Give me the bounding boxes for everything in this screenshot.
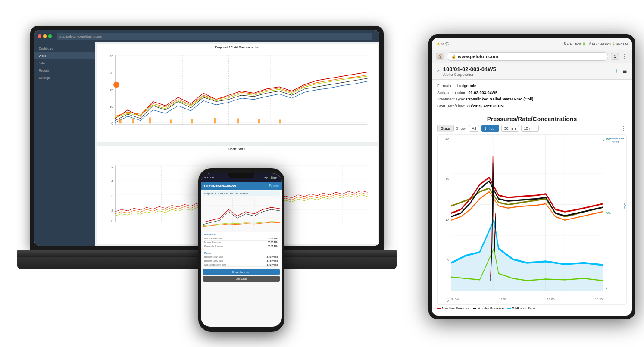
battery-icon: 53% 🔋 (575, 42, 586, 46)
legend-monitor-text: Monitor Pressure (478, 306, 504, 310)
svg-rect-12 (132, 119, 134, 124)
time-all-button[interactable]: All (469, 125, 479, 132)
back-button[interactable]: < (437, 69, 440, 74)
tablet-page-header: < 100/01-02-003-04W5 Alpha Corporation ⤴… (432, 63, 632, 80)
phone-knot: Knot #: 5 (218, 192, 228, 195)
time-1hour-button[interactable]: 1 Hour (481, 125, 499, 132)
laptop-url-bar: app.peloton.com/dashboard (57, 33, 372, 40)
phone-pressure-row-0: Mainline Pressure 15.71 MPa (204, 237, 278, 241)
x-label-0: 9. Jul (451, 298, 459, 301)
svg-rect-17 (237, 119, 239, 124)
tablet-status-bar: 🔔 ✉ 💬 ▪ N̈ LTE+ 53% 🔋 ▪ N̈ LTE+ .all 53%… (432, 38, 632, 50)
well-id-label: 100/01-02-003-04W5 (443, 66, 496, 72)
phone-pressure-row-1: Monitor Pressure 15.75 MPa (204, 241, 278, 244)
ssl-lock-icon: 🔒 (451, 54, 456, 59)
menu-button[interactable]: ≡ (623, 68, 627, 75)
legend-mainline-dot (437, 308, 441, 309)
phone-rates-section: Rates Blender Clean Rate 3.01 m³/min Ble… (203, 250, 280, 268)
tablet-body: 🔔 ✉ 💬 ▪ N̈ LTE+ 53% 🔋 ▪ N̈ LTE+ .all 53%… (428, 34, 635, 319)
time-30min-button[interactable]: 30 min (501, 125, 519, 132)
chart-more-button[interactable]: ⋮ (621, 125, 627, 132)
sidebar-item-wells[interactable]: Wells (34, 52, 95, 59)
tablet-chart-svg (451, 135, 603, 291)
stats-button[interactable]: Stats (437, 125, 454, 132)
browser-url-bar[interactable]: 🔒 www.peloton.com (447, 52, 608, 61)
phone-rates-row-2: Net(Bleed) Slurry Rate 3.01 m³/min (204, 263, 278, 267)
phone-well-title: 100/10-33-094-06W5 (203, 184, 236, 188)
browser-home-button[interactable]: 🏠 (436, 53, 444, 60)
svg-rect-15 (191, 119, 193, 124)
window-minimize-dot[interactable] (43, 34, 47, 38)
svg-rect-16 (214, 118, 216, 124)
phone-content: Stage #: 20 Knot #: 5 306.0 m 848.8 m (201, 190, 282, 284)
browser-tab-count[interactable]: 1 (611, 53, 619, 60)
laptop-chart1: Proppant / Fluid Concentration (97, 44, 378, 142)
sidebar-item-reports[interactable]: Reports (34, 67, 95, 74)
x-label-2: 16:00 (547, 298, 555, 301)
tablet-chart-area: 20 15 10 5 0 Stage (437, 134, 627, 305)
chat-icon: 💬 (445, 42, 449, 46)
treatment-row: Treatment Type: Crosslinked Gelled Water… (437, 97, 627, 102)
legend-mainline-text: Mainline Pressure (442, 306, 469, 310)
share-button[interactable]: ⤴ (615, 69, 618, 74)
phone-chart (203, 197, 280, 231)
phone-show-summary-btn[interactable]: Show Summary (203, 269, 280, 275)
laptop-chart2-title: Chart Part 1 (98, 147, 376, 150)
phone-time: 8:23 AM (204, 176, 214, 179)
clock: ▪ N̈ LTE+ .all 53% 🔋 1:34 PM (587, 42, 628, 46)
message-icon: 🔔 (436, 42, 440, 46)
svg-text:25: 25 (110, 55, 113, 58)
phone-pressure-title: Pressure (204, 233, 278, 236)
phone-rates-title: Rates (204, 252, 278, 254)
tablet-chart-controls: Stats Show: All 1 Hour 30 min 15 min ⋮ (437, 125, 627, 132)
svg-text:0: 0 (111, 122, 113, 125)
browser-url-text: www.peloton.com (458, 54, 498, 59)
svg-text:2: 2 (111, 209, 113, 212)
tablet-content: Formation: Lodgepole Surface Location: 0… (432, 80, 632, 316)
phone-device: 8:23 AM 79% 🔋83% 100/10-33-094-06W5 Shar… (198, 168, 284, 332)
x-label-1: 12:00 (499, 298, 507, 301)
laptop-url-text: app.peloton.com/dashboard (59, 34, 102, 38)
tablet-notification-icons: 🔔 ✉ 💬 (436, 42, 449, 46)
phone-pressure-row-2: Downhole Pressure 13.11 MPa (204, 244, 278, 248)
company-name: Alpha Corporation (443, 72, 496, 77)
phone-job-chat-btn[interactable]: Job Chat (203, 276, 280, 282)
laptop-sidebar: Dashboard Wells Jobs Reports Settings (34, 42, 95, 246)
svg-rect-18 (258, 119, 260, 123)
svg-text:10: 10 (110, 105, 113, 108)
tablet-legend: Mainline Pressure Monitor Pressure Wellh… (437, 305, 627, 312)
svg-text:20: 20 (110, 72, 113, 75)
legend-monitor: Monitor Pressure (473, 306, 504, 310)
svg-rect-19 (279, 119, 281, 123)
phone-screen: 8:23 AM 79% 🔋83% 100/10-33-094-06W5 Shar… (201, 173, 282, 327)
svg-text:3: 3 (111, 194, 113, 197)
browser-menu-icon[interactable]: ⋮ (622, 53, 628, 60)
concentration-label: Conc. (605, 137, 626, 140)
sidebar-item-settings[interactable]: Settings (34, 74, 95, 81)
phone-fmd: 848.8 m (240, 192, 248, 195)
svg-point-25 (113, 82, 119, 88)
phone-status-icons: 79% 🔋83% (264, 176, 278, 179)
sidebar-item-dashboard[interactable]: Dashboard (34, 45, 95, 52)
svg-rect-13 (149, 118, 151, 124)
surface-row: Surface Location: 01-02-003-04W5 (437, 90, 627, 96)
tablet-system-icons: ▪ N̈ LTE+ 53% 🔋 ▪ N̈ LTE+ .all 53% 🔋 1:3… (562, 42, 628, 46)
svg-text:5: 5 (111, 165, 113, 168)
time-15min-button[interactable]: 15 min (521, 125, 539, 132)
x-axis-labels: 9. Jul 12:00 16:00 16:30 (451, 298, 603, 301)
tablet-device: 🔔 ✉ 💬 ▪ N̈ LTE+ 53% 🔋 ▪ N̈ LTE+ .all 53%… (428, 34, 635, 319)
sidebar-item-jobs[interactable]: Jobs (34, 59, 95, 67)
laptop-chart1-title: Proppant / Fluid Concentration (98, 46, 376, 49)
window-maximize-dot[interactable] (48, 34, 52, 38)
phone-stage-info: Stage #: 20 Knot #: 5 306.0 m 848.8 m (203, 191, 280, 196)
phone-header: 100/10-33-094-06W5 Share (201, 182, 282, 190)
phone-chart-svg (203, 197, 280, 231)
phone-body: 8:23 AM 79% 🔋83% 100/10-33-094-06W5 Shar… (198, 168, 284, 332)
phone-rates-row-1: Blender Slurry Rate 3.44 m³/min (204, 259, 278, 263)
svg-text:4: 4 (111, 180, 113, 183)
window-close-dot[interactable] (38, 34, 41, 38)
svg-text:15: 15 (110, 88, 113, 91)
phone-share-btn[interactable]: Share (269, 184, 279, 188)
phone-bh-depth: 306.0 m (229, 192, 238, 195)
legend-mainline: Mainline Pressure (437, 306, 469, 310)
